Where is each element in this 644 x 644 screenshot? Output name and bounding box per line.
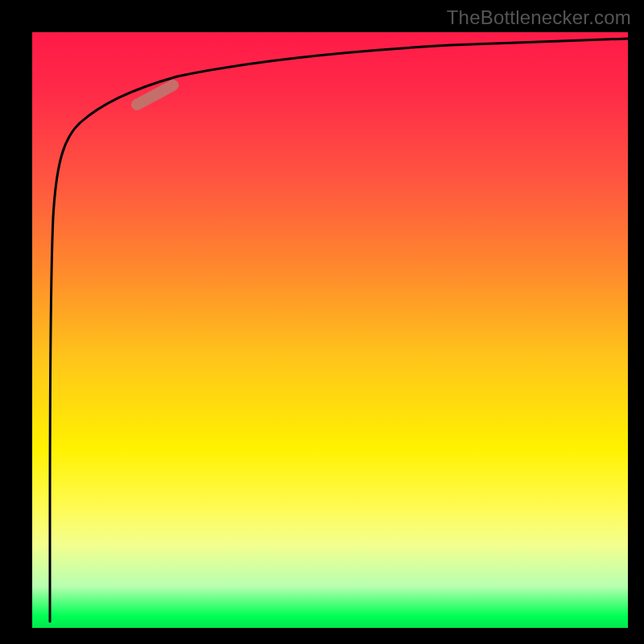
watermark-text: TheBottlenecker.com [447,6,631,29]
plot-gradient-area [32,32,628,628]
curve-svg [32,32,628,628]
bottleneck-curve [50,39,628,621]
